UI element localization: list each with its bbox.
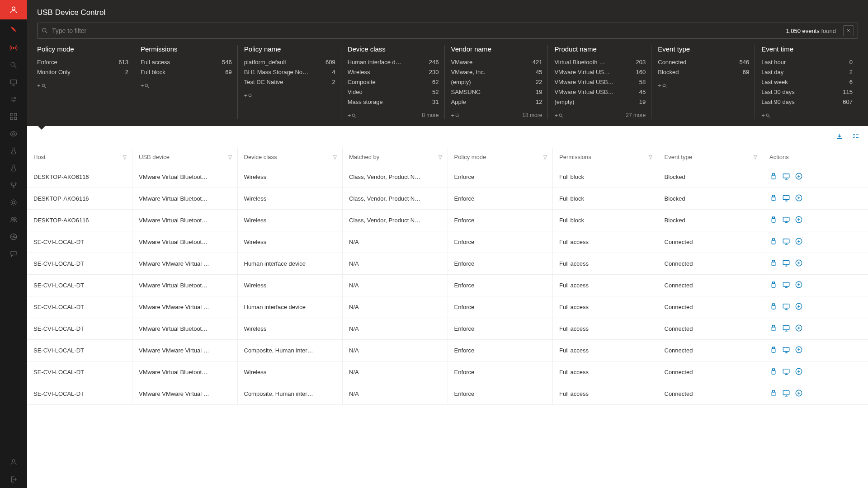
- column-filter-icon[interactable]: [122, 155, 127, 161]
- action-usb[interactable]: [769, 216, 778, 225]
- action-add[interactable]: [795, 367, 803, 377]
- action-usb[interactable]: [769, 259, 778, 268]
- facet-item[interactable]: VMware Virtual US…160: [554, 67, 646, 77]
- facet-item[interactable]: Test DC Native2: [244, 77, 335, 87]
- facet-more[interactable]: 27 more: [626, 112, 646, 118]
- action-host[interactable]: [782, 389, 790, 399]
- table-row[interactable]: SE-CVI-LOCAL-DTVMware Virtual Bluetoot…W…: [27, 231, 868, 253]
- facet-add-button[interactable]: +: [244, 92, 254, 99]
- action-usb[interactable]: [769, 172, 778, 182]
- column-header[interactable]: Actions: [763, 148, 868, 166]
- nav-settings[interactable]: [0, 91, 27, 108]
- facet-item[interactable]: VMware, Inc.45: [451, 67, 542, 77]
- column-header[interactable]: Host: [27, 148, 132, 166]
- filter-input[interactable]: [48, 27, 781, 34]
- action-host[interactable]: [782, 324, 790, 333]
- facet-add-button[interactable]: +: [554, 112, 564, 119]
- nav-lab1[interactable]: [0, 142, 27, 160]
- facet-item[interactable]: Full block69: [141, 67, 232, 77]
- nav-dashboard[interactable]: [0, 108, 27, 125]
- facet-add-button[interactable]: +: [761, 112, 771, 119]
- action-host[interactable]: [782, 216, 790, 225]
- facet-add-button[interactable]: +: [348, 112, 357, 119]
- action-add[interactable]: [795, 281, 803, 290]
- facet-item[interactable]: Blocked69: [658, 67, 749, 77]
- action-usb[interactable]: [769, 302, 778, 312]
- table-row[interactable]: DESKTOP-AKO6116VMware Virtual Bluetoot…W…: [27, 166, 868, 188]
- table-row[interactable]: SE-CVI-LOCAL-DTVMware VMware Virtual …Co…: [27, 383, 868, 405]
- nav-profile[interactable]: [0, 454, 27, 471]
- column-filter-icon[interactable]: [227, 155, 233, 161]
- facet-item[interactable]: Composite62: [348, 77, 439, 87]
- facet-item[interactable]: Mass storage31: [348, 97, 439, 107]
- facet-item[interactable]: BH1 Mass Storage No…4: [244, 67, 335, 77]
- facet-item[interactable]: VMware421: [451, 57, 542, 67]
- table-row[interactable]: SE-CVI-LOCAL-DTVMware Virtual Bluetoot…W…: [27, 275, 868, 296]
- user-badge[interactable]: [0, 0, 27, 19]
- nav-users[interactable]: [0, 211, 27, 228]
- brand-logo[interactable]: [0, 19, 27, 39]
- column-header[interactable]: Matched by: [343, 148, 448, 166]
- nav-sun[interactable]: [0, 194, 27, 211]
- table-row[interactable]: SE-CVI-LOCAL-DTVMware VMware Virtual …Co…: [27, 340, 868, 361]
- action-usb[interactable]: [769, 281, 778, 290]
- facet-item[interactable]: VMware Virtual USB…58: [554, 77, 646, 87]
- facet-item[interactable]: SAMSUNG19: [451, 87, 542, 97]
- action-add[interactable]: [795, 324, 803, 333]
- nav-chat[interactable]: [0, 245, 27, 263]
- facet-item[interactable]: VMware Virtual USB…45: [554, 87, 646, 97]
- facet-item[interactable]: Video52: [348, 87, 439, 97]
- column-filter-icon[interactable]: [648, 155, 653, 161]
- facet-item[interactable]: Last week6: [761, 77, 853, 87]
- column-filter-icon[interactable]: [332, 155, 338, 161]
- column-header[interactable]: Event type: [658, 148, 763, 166]
- action-add[interactable]: [795, 216, 803, 225]
- facet-more[interactable]: 18 more: [522, 112, 542, 118]
- nav-graph[interactable]: [0, 177, 27, 194]
- action-usb[interactable]: [769, 367, 778, 377]
- column-filter-icon[interactable]: [542, 155, 548, 161]
- facet-item[interactable]: Wireless230: [348, 67, 439, 77]
- facet-add-button[interactable]: +: [141, 82, 150, 89]
- action-usb[interactable]: [769, 194, 778, 203]
- facet-item[interactable]: Last 90 days607: [761, 97, 853, 107]
- clear-filter-button[interactable]: [843, 25, 854, 36]
- table-row[interactable]: SE-CVI-LOCAL-DTVMware Virtual Bluetoot…W…: [27, 318, 868, 340]
- facet-add-button[interactable]: +: [658, 82, 667, 89]
- column-header[interactable]: Permissions: [553, 148, 658, 166]
- action-add[interactable]: [795, 259, 803, 268]
- action-usb[interactable]: [769, 237, 778, 247]
- action-host[interactable]: [782, 237, 790, 247]
- table-row[interactable]: DESKTOP-AKO6116VMware Virtual Bluetoot…W…: [27, 188, 868, 210]
- facet-more[interactable]: 8 more: [422, 112, 439, 118]
- facet-item[interactable]: (empty)19: [554, 97, 646, 107]
- action-host[interactable]: [782, 259, 790, 268]
- facet-item[interactable]: Enforce613: [37, 57, 128, 67]
- nav-hosts[interactable]: [0, 74, 27, 91]
- facet-item[interactable]: Last hour0: [761, 57, 853, 67]
- facet-item[interactable]: Connected546: [658, 57, 749, 67]
- action-add[interactable]: [795, 302, 803, 312]
- action-add[interactable]: [795, 389, 803, 399]
- nav-intel[interactable]: [0, 125, 27, 142]
- facet-item[interactable]: Virtual Bluetooth …203: [554, 57, 646, 67]
- column-filter-icon[interactable]: [753, 155, 758, 161]
- table-row[interactable]: SE-CVI-LOCAL-DTVMware VMware Virtual …Hu…: [27, 296, 868, 318]
- facet-item[interactable]: Human interface d…246: [348, 57, 439, 67]
- action-add[interactable]: [795, 346, 803, 355]
- column-filter-icon[interactable]: [438, 155, 443, 161]
- facet-item[interactable]: Last day2: [761, 67, 853, 77]
- action-host[interactable]: [782, 346, 790, 355]
- column-header[interactable]: USB device: [132, 148, 238, 166]
- facet-add-button[interactable]: +: [451, 112, 461, 119]
- download-button[interactable]: [835, 132, 844, 142]
- table-row[interactable]: DESKTOP-AKO6116VMware Virtual Bluetoot…W…: [27, 210, 868, 231]
- action-usb[interactable]: [769, 389, 778, 399]
- facet-item[interactable]: platform_default609: [244, 57, 335, 67]
- facet-item[interactable]: Monitor Only2: [37, 67, 128, 77]
- action-usb[interactable]: [769, 346, 778, 355]
- nav-lab2[interactable]: [0, 160, 27, 177]
- table-row[interactable]: SE-CVI-LOCAL-DTVMware Virtual Bluetoot…W…: [27, 361, 868, 383]
- action-usb[interactable]: [769, 324, 778, 333]
- facet-item[interactable]: Last 30 days115: [761, 87, 853, 97]
